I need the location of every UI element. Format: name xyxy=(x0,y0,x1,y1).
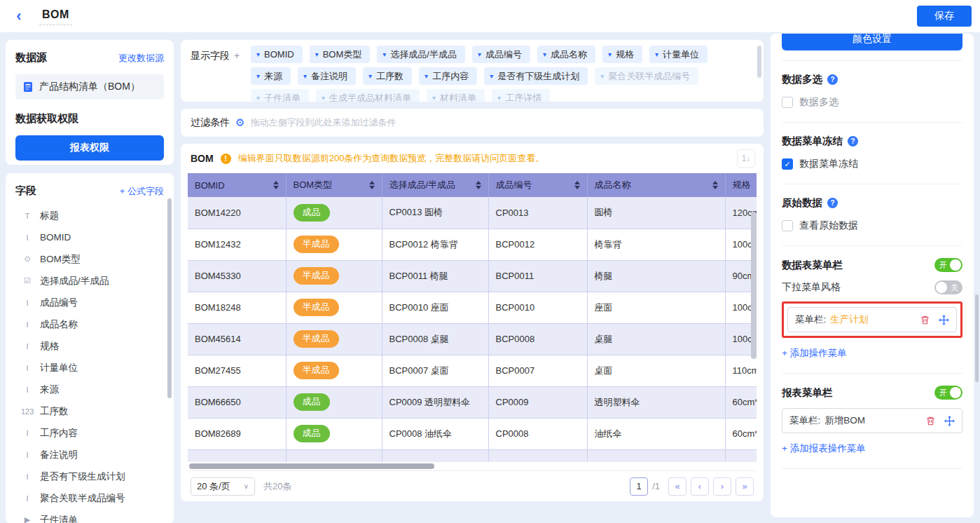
display-field-chip[interactable]: ▾ BOM类型 xyxy=(310,46,371,63)
table-row[interactable]: BOM12432 半成品 BCP0012 椅靠背 BCP0012 椅靠背 100… xyxy=(188,229,757,260)
field-item[interactable]: I 备注说明 xyxy=(15,444,164,466)
field-item[interactable]: ⊙ BOM类型 xyxy=(15,248,164,270)
display-field-chip[interactable]: ▾ 工序内容 xyxy=(419,67,477,85)
field-item[interactable]: I 工序内容 xyxy=(15,422,164,444)
next-page-button[interactable]: › xyxy=(713,477,731,496)
trash-icon[interactable] xyxy=(920,315,930,325)
table-row[interactable]: BOM14220 成品 CP0013 圆椅 CP0013 圆椅 120cm* xyxy=(188,197,757,229)
dropdown-style-toggle[interactable]: 关 xyxy=(934,280,962,294)
settings-panel: 颜色设置 数据多选 ? 数据多选 数据菜单冻结 ? ✓ 数据菜单冻结 原始数据 … xyxy=(771,34,974,517)
sort-order-button[interactable]: 1↓ xyxy=(737,149,755,168)
sort-icon[interactable] xyxy=(273,181,279,189)
display-field-chip[interactable]: ▾ 工序详情 xyxy=(492,89,550,102)
menu-item-value[interactable]: 新增BOM xyxy=(824,414,865,427)
page-number-input[interactable]: 1 xyxy=(630,477,648,496)
report-menu-item[interactable]: 菜单栏: 新增BOM xyxy=(782,408,962,433)
display-field-chip[interactable]: ▾ 工序数 xyxy=(363,67,412,85)
scrollbar-thumb[interactable] xyxy=(189,463,434,469)
previous-page-button[interactable]: ‹ xyxy=(691,477,709,496)
gear-icon[interactable]: ⚙ xyxy=(235,116,244,129)
first-page-button[interactable]: « xyxy=(668,477,686,496)
column-header-bomid[interactable]: BOMID xyxy=(188,173,286,197)
column-header-spec[interactable]: 规格 xyxy=(725,173,757,197)
menu-freeze-checkbox-label: 数据菜单冻结 xyxy=(799,158,858,170)
table-vertical-scrollbar[interactable] xyxy=(751,212,757,359)
multi-select-checkbox[interactable] xyxy=(782,97,793,108)
field-item[interactable]: I 规格 xyxy=(15,335,164,357)
table-row[interactable]: BOM18248 半成品 BCP0010 座面 BCP0010 座面 100cm… xyxy=(188,292,757,323)
add-display-field-button[interactable]: + xyxy=(234,50,240,61)
table-row[interactable]: BOM82689 成品 CP0008 油纸伞 CP0008 油纸伞 60cm*6 xyxy=(188,418,757,449)
field-item[interactable]: ☑ 选择成品/半成品 xyxy=(15,270,164,292)
field-item[interactable]: 123 工序数 xyxy=(15,400,164,422)
sort-icon[interactable] xyxy=(369,181,375,189)
display-field-chip[interactable]: ▾ 是否有下级生成计划 xyxy=(484,67,588,85)
display-field-chip[interactable]: ▾ 来源 xyxy=(251,67,291,85)
sort-icon[interactable] xyxy=(574,181,580,189)
table-menu-toggle[interactable]: 开 xyxy=(934,258,962,272)
column-header-name[interactable]: 成品名称 xyxy=(587,173,725,197)
field-item[interactable]: I 来源 xyxy=(15,379,164,400)
display-field-chip[interactable]: ▾ BOMID xyxy=(251,46,303,63)
field-item[interactable]: I 聚合关联半成品编号 xyxy=(15,487,164,509)
settings-scrollbar[interactable] xyxy=(975,294,979,382)
change-datasource-link[interactable]: 更改数据源 xyxy=(118,52,164,64)
sort-icon[interactable] xyxy=(476,181,481,189)
report-permission-button[interactable]: 报表权限 xyxy=(15,135,164,161)
table-row[interactable]: BOM45330 半成品 BCP0011 椅腿 BCP0011 椅腿 90cm*… xyxy=(188,260,757,292)
add-formula-field-link[interactable]: + 公式字段 xyxy=(120,185,164,198)
field-item[interactable]: I 计量单位 xyxy=(15,357,164,379)
field-item[interactable]: I 成品编号 xyxy=(15,292,164,313)
help-icon[interactable]: ? xyxy=(827,74,838,85)
column-header-select[interactable]: 选择成品/半成品 xyxy=(382,173,488,197)
save-button[interactable]: 保存 xyxy=(917,6,972,27)
color-settings-button[interactable]: 颜色设置 xyxy=(782,34,962,50)
column-header-code[interactable]: 成品编号 xyxy=(488,173,587,197)
display-field-chip[interactable]: ▾ 计量单位 xyxy=(649,46,708,63)
menu-freeze-checkbox[interactable]: ✓ xyxy=(782,158,793,170)
field-item[interactable]: I 是否有下级生成计划 xyxy=(15,466,164,487)
column-header-bomtype[interactable]: BOM类型 xyxy=(286,173,382,197)
display-field-chip[interactable]: ▾ 聚合关联半成品编号 xyxy=(595,67,698,85)
display-field-chip[interactable]: ▾ 成品名称 xyxy=(537,46,595,63)
datasource-item[interactable]: 产品结构清单（BOM） xyxy=(15,74,164,100)
field-label: 规格 xyxy=(40,340,59,353)
display-field-chip[interactable]: ▾ 备注说明 xyxy=(298,67,356,85)
add-action-menu-link[interactable]: + 添加操作菜单 xyxy=(782,347,962,360)
move-icon[interactable] xyxy=(944,416,955,426)
table-row[interactable]: BOM45614 半成品 BCP0008 桌腿 BCP0008 桌腿 100cm… xyxy=(188,323,757,355)
fields-title: 字段 xyxy=(15,184,36,198)
display-field-chip[interactable]: ▾ 子件清单 xyxy=(251,89,309,102)
page-title[interactable]: BOM xyxy=(42,8,69,20)
cell-select: BCP0011 椅腿 xyxy=(382,260,488,292)
display-field-chip[interactable]: ▾ 材料清单 xyxy=(427,89,485,102)
display-fields-scrollbar[interactable] xyxy=(757,46,761,78)
table-horizontal-scrollbar[interactable] xyxy=(188,462,757,470)
display-field-chip[interactable]: ▾ 生成半成品材料清单 xyxy=(316,89,420,102)
trash-icon[interactable] xyxy=(925,416,936,426)
menu-item-value[interactable]: 生产计划 xyxy=(830,313,868,326)
raw-data-checkbox[interactable] xyxy=(782,220,793,231)
table-menu-item[interactable]: 菜单栏: 生产计划 xyxy=(787,307,957,332)
field-label: 标题 xyxy=(40,210,59,222)
display-field-chip[interactable]: ▾ 规格 xyxy=(602,46,642,63)
field-item[interactable]: I 成品名称 xyxy=(15,313,164,335)
field-item[interactable]: T 标题 xyxy=(15,205,164,226)
help-icon[interactable]: ? xyxy=(848,136,858,147)
fields-scrollbar[interactable] xyxy=(167,198,172,398)
display-field-chip[interactable]: ▾ 成品编号 xyxy=(472,46,530,63)
table-row[interactable]: BOM66650 成品 CP0009 透明塑料伞 CP0009 透明塑料伞 60… xyxy=(188,386,757,418)
field-item[interactable]: ▶ 子件清单 xyxy=(15,509,164,523)
move-icon[interactable] xyxy=(939,315,949,325)
help-icon[interactable]: ? xyxy=(827,198,838,208)
display-field-chip[interactable]: ▾ 选择成品/半成品 xyxy=(377,46,465,63)
add-report-action-menu-link[interactable]: + 添加报表操作菜单 xyxy=(782,442,962,455)
page-size-select[interactable]: 20 条/页 ∨ xyxy=(191,477,255,496)
back-icon[interactable]: ‹ xyxy=(8,8,29,24)
sort-icon[interactable] xyxy=(712,181,718,189)
field-item[interactable]: I BOMID xyxy=(15,226,164,248)
menu-freeze-section: 数据菜单冻结 ? ✓ 数据菜单冻结 xyxy=(782,123,962,184)
last-page-button[interactable]: » xyxy=(736,477,754,496)
report-menu-toggle[interactable]: 开 xyxy=(934,386,962,400)
table-row[interactable]: BOM27455 半成品 BCP0007 桌面 BCP0007 桌面 110cm… xyxy=(188,355,757,386)
